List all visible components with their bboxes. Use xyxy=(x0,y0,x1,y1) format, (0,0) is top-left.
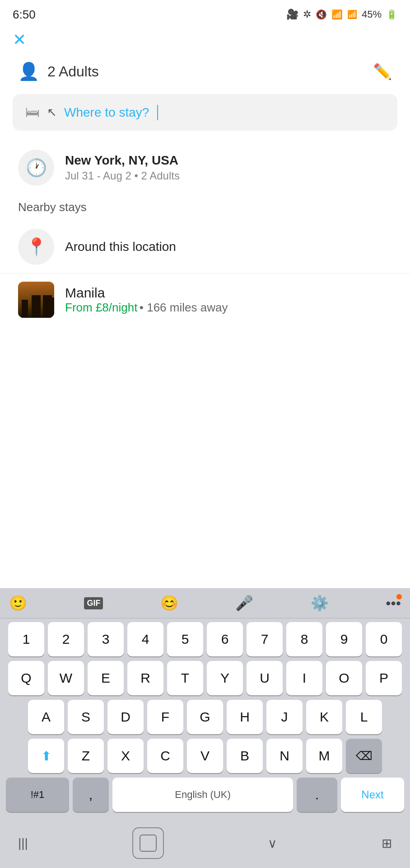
key-i[interactable]: I xyxy=(286,661,322,695)
keyboard-toolbar: 🙂 GIF 😊 🎤 ⚙️ ••• xyxy=(0,588,410,618)
key-k[interactable]: K xyxy=(306,700,342,734)
key-e[interactable]: E xyxy=(88,661,124,695)
city-price-distance: From £8/night • 166 miles away xyxy=(65,301,228,315)
key-l[interactable]: L xyxy=(346,700,382,734)
shift-key[interactable]: ⬆ xyxy=(28,739,64,773)
close-button[interactable]: ✕ xyxy=(13,32,26,48)
cursor-icon: ↖ xyxy=(47,105,57,119)
mic-icon: 🎤 xyxy=(235,594,253,612)
guests-row: 👤 2 Adults ✏️ xyxy=(0,52,410,90)
comma-key[interactable]: , xyxy=(73,778,109,812)
chevron-down-icon[interactable]: ∨ xyxy=(268,836,277,851)
camera-icon: 🎥 xyxy=(286,9,298,20)
number-row: 1 2 3 4 5 6 7 8 9 0 xyxy=(3,622,407,656)
city-info: Manila From £8/night • 166 miles away xyxy=(65,285,228,315)
key-p[interactable]: P xyxy=(366,661,402,695)
key-2[interactable]: 2 xyxy=(48,622,84,656)
asdf-row: A S D F G H J K L xyxy=(3,700,407,734)
gif-button[interactable]: GIF xyxy=(84,597,103,609)
key-u[interactable]: U xyxy=(247,661,283,695)
city-price: From £8/night xyxy=(65,301,137,314)
symbols-key[interactable]: !#1 xyxy=(6,778,69,812)
key-h[interactable]: H xyxy=(227,700,263,734)
key-o[interactable]: O xyxy=(326,661,362,695)
city-thumb-inner xyxy=(18,282,54,318)
emoji-button[interactable]: 😊 xyxy=(160,594,178,612)
recent-search-text: New York, NY, USA Jul 31 - Aug 2 • 2 Adu… xyxy=(65,153,180,182)
settings-button[interactable]: ⚙️ xyxy=(311,594,329,612)
space-key[interactable]: English (UK) xyxy=(112,778,293,812)
edit-guests-button[interactable]: ✏️ xyxy=(373,62,392,80)
key-a[interactable]: A xyxy=(28,700,64,734)
key-m[interactable]: M xyxy=(306,739,342,773)
key-c[interactable]: C xyxy=(147,739,183,773)
key-f[interactable]: F xyxy=(147,700,183,734)
key-4[interactable]: 4 xyxy=(127,622,163,656)
recent-location: New York, NY, USA xyxy=(65,153,180,168)
battery-icon: 🔋 xyxy=(386,9,397,20)
guests-left: 👤 2 Adults xyxy=(18,61,99,81)
home-button[interactable] xyxy=(132,827,164,859)
notification-dot xyxy=(396,594,402,599)
keyboard-grid-icon[interactable]: ⊞ xyxy=(382,836,392,851)
settings-icon: ⚙️ xyxy=(311,594,329,612)
key-9[interactable]: 9 xyxy=(326,622,362,656)
history-icon: 🕐 xyxy=(26,158,47,178)
status-time: 6:50 xyxy=(13,8,36,22)
key-j[interactable]: J xyxy=(266,700,303,734)
nearby-stays-label: Nearby stays xyxy=(0,196,410,221)
bed-icon: 🛏 xyxy=(25,104,40,121)
key-w[interactable]: W xyxy=(48,661,84,695)
key-x[interactable]: X xyxy=(107,739,144,773)
guests-label: 2 Adults xyxy=(47,63,99,80)
key-3[interactable]: 3 xyxy=(88,622,124,656)
sticker-icon: 🙂 xyxy=(9,594,27,612)
person-icon: 👤 xyxy=(18,61,39,81)
signal-icon: 📶 xyxy=(347,9,357,19)
home-button-inner xyxy=(140,835,157,852)
key-1[interactable]: 1 xyxy=(8,622,44,656)
recent-icon-wrap: 🕐 xyxy=(18,150,54,186)
key-r[interactable]: R xyxy=(127,661,163,695)
recent-search-item[interactable]: 🕐 New York, NY, USA Jul 31 - Aug 2 • 2 A… xyxy=(0,140,410,196)
key-s[interactable]: S xyxy=(68,700,104,734)
bluetooth-icon: ✲ xyxy=(303,9,311,20)
city-item-manila[interactable]: Manila From £8/night • 166 miles away xyxy=(0,274,410,326)
key-6[interactable]: 6 xyxy=(207,622,243,656)
key-n[interactable]: N xyxy=(266,739,303,773)
backspace-icon: ⌫ xyxy=(356,749,373,763)
city-name: Manila xyxy=(65,285,228,301)
key-z[interactable]: Z xyxy=(68,739,104,773)
key-g[interactable]: G xyxy=(187,700,223,734)
key-y[interactable]: Y xyxy=(207,661,243,695)
more-button[interactable]: ••• xyxy=(386,595,401,612)
text-cursor xyxy=(157,105,158,120)
search-placeholder: Where to stay? xyxy=(64,105,149,120)
key-5[interactable]: 5 xyxy=(167,622,203,656)
key-7[interactable]: 7 xyxy=(247,622,283,656)
key-v[interactable]: V xyxy=(187,739,223,773)
around-location-item[interactable]: 📍 Around this location xyxy=(0,221,410,274)
mic-button[interactable]: 🎤 xyxy=(235,594,253,612)
period-key[interactable]: . xyxy=(297,778,337,812)
city-distance: • 166 miles away xyxy=(140,301,228,314)
key-8[interactable]: 8 xyxy=(286,622,322,656)
keyboard: 🙂 GIF 😊 🎤 ⚙️ ••• 1 2 3 4 5 6 7 8 xyxy=(0,588,410,868)
key-b[interactable]: B xyxy=(227,739,263,773)
backspace-key[interactable]: ⌫ xyxy=(346,739,382,773)
mute-icon: 🔇 xyxy=(316,9,327,20)
nav-lines-icon[interactable]: ||| xyxy=(18,836,28,850)
key-0[interactable]: 0 xyxy=(366,622,402,656)
qwerty-row: Q W E R T Y U I O P xyxy=(3,661,407,695)
next-key[interactable]: Next xyxy=(341,778,404,812)
sticker-button[interactable]: 🙂 xyxy=(9,594,27,612)
status-bar: 6:50 🎥 ✲ 🔇 📶 📶 45% 🔋 xyxy=(0,0,410,27)
key-q[interactable]: Q xyxy=(8,661,44,695)
top-nav: ✕ xyxy=(0,27,410,52)
location-icon-wrap: 📍 xyxy=(18,229,54,265)
key-d[interactable]: D xyxy=(107,700,144,734)
key-t[interactable]: T xyxy=(167,661,203,695)
search-box[interactable]: 🛏 ↖ Where to stay? xyxy=(13,94,397,131)
location-pin-icon: 📍 xyxy=(26,237,47,257)
bottom-row: !#1 , English (UK) . Next xyxy=(3,778,407,812)
